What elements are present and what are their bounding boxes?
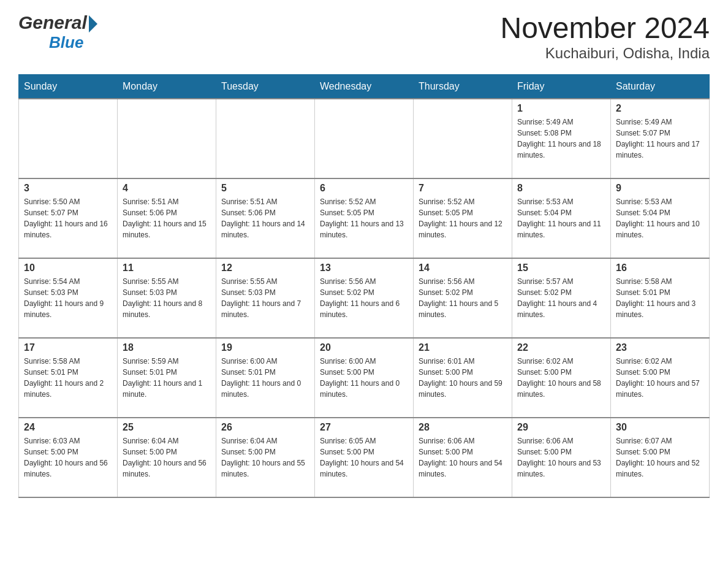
table-row [216, 99, 315, 178]
day-number: 27 [320, 422, 408, 433]
day-number: 13 [320, 262, 408, 274]
day-number: 1 [517, 103, 605, 114]
table-row: 8Sunrise: 5:53 AM Sunset: 5:04 PM Daylig… [512, 178, 611, 258]
day-number: 19 [221, 342, 309, 353]
day-number: 30 [616, 422, 704, 433]
day-number: 2 [616, 103, 704, 114]
table-row: 22Sunrise: 6:02 AM Sunset: 5:00 PM Dayli… [512, 338, 611, 418]
page-subtitle: Kuchaiburi, Odisha, India [500, 45, 710, 62]
day-info: Sunrise: 6:04 AM Sunset: 5:00 PM Dayligh… [221, 435, 309, 480]
day-number: 3 [24, 183, 112, 194]
table-row: 29Sunrise: 6:06 AM Sunset: 5:00 PM Dayli… [512, 418, 611, 497]
col-monday: Monday [118, 74, 216, 99]
table-row: 1Sunrise: 5:49 AM Sunset: 5:08 PM Daylig… [512, 99, 611, 178]
logo-triangle-icon [89, 15, 97, 33]
col-thursday: Thursday [414, 74, 512, 99]
day-info: Sunrise: 5:49 AM Sunset: 5:07 PM Dayligh… [616, 117, 704, 161]
day-number: 24 [24, 422, 112, 433]
day-info: Sunrise: 6:02 AM Sunset: 5:00 PM Dayligh… [517, 356, 605, 400]
calendar-table: Sunday Monday Tuesday Wednesday Thursday… [18, 74, 710, 498]
day-number: 12 [221, 262, 309, 274]
table-row: 7Sunrise: 5:52 AM Sunset: 5:05 PM Daylig… [414, 178, 512, 258]
table-row: 4Sunrise: 5:51 AM Sunset: 5:06 PM Daylig… [118, 178, 216, 258]
page-header: General Blue November 2024 Kuchaiburi, O… [18, 12, 710, 62]
calendar-week-1: 1Sunrise: 5:49 AM Sunset: 5:08 PM Daylig… [19, 99, 710, 178]
table-row: 28Sunrise: 6:06 AM Sunset: 5:00 PM Dayli… [414, 418, 512, 497]
title-block: November 2024 Kuchaiburi, Odisha, India [500, 12, 710, 62]
day-number: 29 [517, 422, 605, 433]
table-row [414, 99, 512, 178]
day-number: 9 [616, 183, 704, 194]
day-info: Sunrise: 6:01 AM Sunset: 5:00 PM Dayligh… [419, 356, 507, 400]
day-info: Sunrise: 5:52 AM Sunset: 5:05 PM Dayligh… [320, 196, 408, 240]
day-number: 28 [419, 422, 507, 433]
day-info: Sunrise: 6:03 AM Sunset: 5:00 PM Dayligh… [24, 435, 112, 480]
day-number: 11 [123, 262, 211, 274]
day-number: 18 [123, 342, 211, 353]
day-number: 20 [320, 342, 408, 353]
table-row [19, 99, 118, 178]
calendar-header-row: Sunday Monday Tuesday Wednesday Thursday… [19, 74, 710, 99]
table-row: 15Sunrise: 5:57 AM Sunset: 5:02 PM Dayli… [512, 258, 611, 338]
table-row: 18Sunrise: 5:59 AM Sunset: 5:01 PM Dayli… [118, 338, 216, 418]
table-row: 26Sunrise: 6:04 AM Sunset: 5:00 PM Dayli… [216, 418, 315, 497]
table-row: 9Sunrise: 5:53 AM Sunset: 5:04 PM Daylig… [611, 178, 710, 258]
day-number: 10 [24, 262, 112, 274]
table-row: 21Sunrise: 6:01 AM Sunset: 5:00 PM Dayli… [414, 338, 512, 418]
table-row: 23Sunrise: 6:02 AM Sunset: 5:00 PM Dayli… [611, 338, 710, 418]
table-row: 20Sunrise: 6:00 AM Sunset: 5:00 PM Dayli… [315, 338, 414, 418]
table-row: 17Sunrise: 5:58 AM Sunset: 5:01 PM Dayli… [19, 338, 118, 418]
day-number: 7 [419, 183, 507, 194]
table-row: 16Sunrise: 5:58 AM Sunset: 5:01 PM Dayli… [611, 258, 710, 338]
day-number: 5 [221, 183, 309, 194]
day-number: 21 [419, 342, 507, 353]
logo-general-text: General [18, 12, 87, 33]
day-number: 16 [616, 262, 704, 274]
table-row: 6Sunrise: 5:52 AM Sunset: 5:05 PM Daylig… [315, 178, 414, 258]
table-row: 12Sunrise: 5:55 AM Sunset: 5:03 PM Dayli… [216, 258, 315, 338]
col-wednesday: Wednesday [315, 74, 414, 99]
day-info: Sunrise: 5:58 AM Sunset: 5:01 PM Dayligh… [24, 356, 112, 400]
calendar-week-5: 24Sunrise: 6:03 AM Sunset: 5:00 PM Dayli… [19, 418, 710, 497]
day-info: Sunrise: 6:02 AM Sunset: 5:00 PM Dayligh… [616, 356, 704, 400]
table-row: 24Sunrise: 6:03 AM Sunset: 5:00 PM Dayli… [19, 418, 118, 497]
table-row: 5Sunrise: 5:51 AM Sunset: 5:06 PM Daylig… [216, 178, 315, 258]
day-number: 26 [221, 422, 309, 433]
day-info: Sunrise: 5:49 AM Sunset: 5:08 PM Dayligh… [517, 117, 605, 161]
table-row: 13Sunrise: 5:56 AM Sunset: 5:02 PM Dayli… [315, 258, 414, 338]
logo-blue-text: Blue [49, 33, 83, 52]
day-info: Sunrise: 5:56 AM Sunset: 5:02 PM Dayligh… [419, 276, 507, 320]
day-number: 25 [123, 422, 211, 433]
day-info: Sunrise: 5:51 AM Sunset: 5:06 PM Dayligh… [221, 196, 309, 240]
day-number: 8 [517, 183, 605, 194]
day-info: Sunrise: 5:52 AM Sunset: 5:05 PM Dayligh… [419, 196, 507, 240]
day-info: Sunrise: 6:00 AM Sunset: 5:00 PM Dayligh… [320, 356, 408, 400]
day-number: 15 [517, 262, 605, 274]
day-info: Sunrise: 5:53 AM Sunset: 5:04 PM Dayligh… [517, 196, 605, 240]
day-info: Sunrise: 5:53 AM Sunset: 5:04 PM Dayligh… [616, 196, 704, 240]
table-row: 2Sunrise: 5:49 AM Sunset: 5:07 PM Daylig… [611, 99, 710, 178]
logo: General Blue [18, 12, 97, 52]
day-info: Sunrise: 5:51 AM Sunset: 5:06 PM Dayligh… [123, 196, 211, 240]
table-row: 10Sunrise: 5:54 AM Sunset: 5:03 PM Dayli… [19, 258, 118, 338]
table-row [315, 99, 414, 178]
day-number: 6 [320, 183, 408, 194]
day-info: Sunrise: 5:54 AM Sunset: 5:03 PM Dayligh… [24, 276, 112, 320]
day-info: Sunrise: 6:04 AM Sunset: 5:00 PM Dayligh… [123, 435, 211, 480]
day-number: 4 [123, 183, 211, 194]
day-info: Sunrise: 5:50 AM Sunset: 5:07 PM Dayligh… [24, 196, 112, 240]
day-info: Sunrise: 6:06 AM Sunset: 5:00 PM Dayligh… [419, 435, 507, 480]
day-info: Sunrise: 6:05 AM Sunset: 5:00 PM Dayligh… [320, 435, 408, 480]
table-row: 19Sunrise: 6:00 AM Sunset: 5:01 PM Dayli… [216, 338, 315, 418]
day-info: Sunrise: 6:00 AM Sunset: 5:01 PM Dayligh… [221, 356, 309, 400]
table-row: 14Sunrise: 5:56 AM Sunset: 5:02 PM Dayli… [414, 258, 512, 338]
day-info: Sunrise: 5:58 AM Sunset: 5:01 PM Dayligh… [616, 276, 704, 320]
calendar-week-3: 10Sunrise: 5:54 AM Sunset: 5:03 PM Dayli… [19, 258, 710, 338]
table-row: 25Sunrise: 6:04 AM Sunset: 5:00 PM Dayli… [118, 418, 216, 497]
table-row: 27Sunrise: 6:05 AM Sunset: 5:00 PM Dayli… [315, 418, 414, 497]
col-tuesday: Tuesday [216, 74, 315, 99]
calendar-week-4: 17Sunrise: 5:58 AM Sunset: 5:01 PM Dayli… [19, 338, 710, 418]
table-row: 30Sunrise: 6:07 AM Sunset: 5:00 PM Dayli… [611, 418, 710, 497]
page-title: November 2024 [500, 12, 710, 45]
table-row [118, 99, 216, 178]
